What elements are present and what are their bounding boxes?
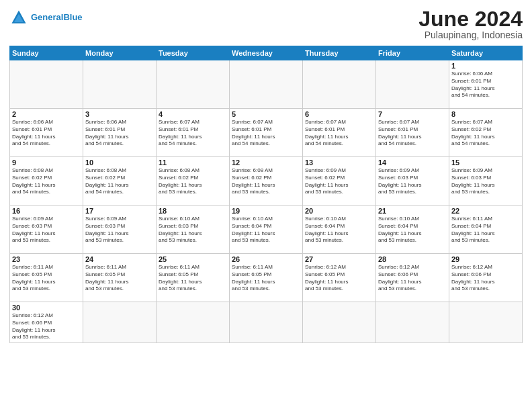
day-info: Sunrise: 6:08 AMSunset: 6:02 PMDaylight:… bbox=[85, 167, 154, 196]
table-row bbox=[230, 302, 303, 343]
table-row: 9Sunrise: 6:08 AMSunset: 6:02 PMDaylight… bbox=[10, 157, 83, 205]
day-info: Sunrise: 6:11 AMSunset: 6:05 PMDaylight:… bbox=[232, 264, 300, 293]
day-number: 10 bbox=[85, 158, 154, 167]
day-info: Sunrise: 6:12 AMSunset: 6:06 PMDaylight:… bbox=[378, 264, 447, 293]
table-row: 18Sunrise: 6:10 AMSunset: 6:03 PMDayligh… bbox=[157, 205, 230, 254]
table-row bbox=[303, 60, 376, 109]
logo-general: General bbox=[31, 12, 63, 22]
day-number: 23 bbox=[12, 255, 81, 263]
day-info: Sunrise: 6:12 AMSunset: 6:05 PMDaylight:… bbox=[305, 264, 373, 293]
table-row bbox=[83, 302, 157, 343]
table-row bbox=[376, 60, 449, 109]
header-row: Sunday Monday Tuesday Wednesday Thursday… bbox=[10, 46, 523, 60]
table-row: 5Sunrise: 6:07 AMSunset: 6:01 PMDaylight… bbox=[230, 109, 303, 157]
table-row bbox=[10, 60, 83, 109]
table-row: 26Sunrise: 6:11 AMSunset: 6:05 PMDayligh… bbox=[230, 254, 303, 302]
day-number: 20 bbox=[305, 207, 373, 215]
day-info: Sunrise: 6:08 AMSunset: 6:02 PMDaylight:… bbox=[232, 167, 300, 196]
table-row bbox=[230, 60, 303, 109]
col-saturday: Saturday bbox=[449, 46, 523, 60]
day-info: Sunrise: 6:07 AMSunset: 6:01 PMDaylight:… bbox=[232, 119, 300, 148]
table-row: 17Sunrise: 6:09 AMSunset: 6:03 PMDayligh… bbox=[83, 205, 157, 254]
logo: GeneralBlue bbox=[9, 8, 83, 27]
day-number: 4 bbox=[159, 110, 227, 118]
page: GeneralBlue June 2024 Pulaupinang, Indon… bbox=[0, 0, 532, 411]
table-row bbox=[157, 302, 230, 343]
table-row: 7Sunrise: 6:07 AMSunset: 6:01 PMDaylight… bbox=[376, 109, 449, 157]
header: GeneralBlue June 2024 Pulaupinang, Indon… bbox=[9, 8, 523, 40]
day-info: Sunrise: 6:07 AMSunset: 6:01 PMDaylight:… bbox=[378, 119, 447, 148]
calendar: Sunday Monday Tuesday Wednesday Thursday… bbox=[9, 46, 523, 343]
col-thursday: Thursday bbox=[303, 46, 376, 60]
day-number: 13 bbox=[305, 158, 373, 167]
table-row bbox=[449, 302, 523, 343]
day-number: 6 bbox=[305, 110, 373, 118]
day-number: 30 bbox=[12, 304, 81, 312]
day-info: Sunrise: 6:09 AMSunset: 6:03 PMDaylight:… bbox=[12, 216, 81, 244]
logo-text: GeneralBlue bbox=[31, 13, 83, 22]
day-number: 21 bbox=[378, 207, 447, 215]
table-row bbox=[83, 60, 157, 109]
table-row: 12Sunrise: 6:08 AMSunset: 6:02 PMDayligh… bbox=[230, 157, 303, 205]
day-info: Sunrise: 6:06 AMSunset: 6:01 PMDaylight:… bbox=[85, 119, 154, 148]
day-info: Sunrise: 6:08 AMSunset: 6:02 PMDaylight:… bbox=[159, 167, 227, 196]
day-info: Sunrise: 6:11 AMSunset: 6:04 PMDaylight:… bbox=[451, 216, 520, 244]
day-number: 1 bbox=[451, 62, 520, 70]
day-info: Sunrise: 6:06 AMSunset: 6:01 PMDaylight:… bbox=[12, 119, 81, 148]
calendar-header: Sunday Monday Tuesday Wednesday Thursday… bbox=[10, 46, 523, 60]
table-row: 20Sunrise: 6:10 AMSunset: 6:04 PMDayligh… bbox=[303, 205, 376, 254]
day-info: Sunrise: 6:07 AMSunset: 6:01 PMDaylight:… bbox=[159, 119, 227, 148]
table-row: 30Sunrise: 6:12 AMSunset: 6:06 PMDayligh… bbox=[10, 302, 83, 343]
day-number: 19 bbox=[232, 207, 300, 215]
day-info: Sunrise: 6:08 AMSunset: 6:02 PMDaylight:… bbox=[12, 167, 81, 196]
month-title: June 2024 bbox=[418, 8, 523, 30]
day-number: 8 bbox=[451, 110, 520, 118]
day-number: 18 bbox=[159, 207, 227, 215]
day-number: 22 bbox=[451, 207, 520, 215]
day-number: 15 bbox=[451, 158, 520, 167]
logo-blue: Blue bbox=[63, 12, 82, 22]
day-number: 11 bbox=[159, 158, 227, 167]
col-tuesday: Tuesday bbox=[157, 46, 230, 60]
day-info: Sunrise: 6:10 AMSunset: 6:04 PMDaylight:… bbox=[378, 216, 447, 244]
day-info: Sunrise: 6:12 AMSunset: 6:06 PMDaylight:… bbox=[12, 312, 81, 341]
day-number: 25 bbox=[159, 255, 227, 263]
day-number: 24 bbox=[85, 255, 154, 263]
table-row: 29Sunrise: 6:12 AMSunset: 6:06 PMDayligh… bbox=[449, 254, 523, 302]
calendar-body: 1Sunrise: 6:06 AMSunset: 6:01 PMDaylight… bbox=[10, 60, 523, 343]
day-number: 29 bbox=[451, 255, 520, 263]
table-row: 8Sunrise: 6:07 AMSunset: 6:02 PMDaylight… bbox=[449, 109, 523, 157]
day-number: 14 bbox=[378, 158, 447, 167]
day-number: 16 bbox=[12, 207, 81, 215]
table-row: 25Sunrise: 6:11 AMSunset: 6:05 PMDayligh… bbox=[157, 254, 230, 302]
day-number: 9 bbox=[12, 158, 81, 167]
day-number: 17 bbox=[85, 207, 154, 215]
table-row: 14Sunrise: 6:09 AMSunset: 6:03 PMDayligh… bbox=[376, 157, 449, 205]
title-block: June 2024 Pulaupinang, Indonesia bbox=[418, 8, 523, 40]
logo-icon bbox=[9, 8, 28, 27]
day-info: Sunrise: 6:07 AMSunset: 6:02 PMDaylight:… bbox=[451, 119, 520, 148]
table-row: 22Sunrise: 6:11 AMSunset: 6:04 PMDayligh… bbox=[449, 205, 523, 254]
col-friday: Friday bbox=[376, 46, 449, 60]
day-info: Sunrise: 6:11 AMSunset: 6:05 PMDaylight:… bbox=[159, 264, 227, 293]
day-info: Sunrise: 6:09 AMSunset: 6:03 PMDaylight:… bbox=[378, 167, 447, 196]
day-info: Sunrise: 6:10 AMSunset: 6:04 PMDaylight:… bbox=[232, 216, 300, 244]
day-info: Sunrise: 6:10 AMSunset: 6:03 PMDaylight:… bbox=[159, 216, 227, 244]
table-row bbox=[157, 60, 230, 109]
day-info: Sunrise: 6:11 AMSunset: 6:05 PMDaylight:… bbox=[85, 264, 154, 293]
table-row: 1Sunrise: 6:06 AMSunset: 6:01 PMDaylight… bbox=[449, 60, 523, 109]
table-row bbox=[303, 302, 376, 343]
col-sunday: Sunday bbox=[10, 46, 83, 60]
day-info: Sunrise: 6:12 AMSunset: 6:06 PMDaylight:… bbox=[451, 264, 520, 293]
day-info: Sunrise: 6:09 AMSunset: 6:03 PMDaylight:… bbox=[451, 167, 520, 196]
day-number: 26 bbox=[232, 255, 300, 263]
table-row: 21Sunrise: 6:10 AMSunset: 6:04 PMDayligh… bbox=[376, 205, 449, 254]
table-row: 13Sunrise: 6:09 AMSunset: 6:02 PMDayligh… bbox=[303, 157, 376, 205]
day-number: 3 bbox=[85, 110, 154, 118]
table-row: 28Sunrise: 6:12 AMSunset: 6:06 PMDayligh… bbox=[376, 254, 449, 302]
subtitle: Pulaupinang, Indonesia bbox=[418, 30, 523, 40]
day-info: Sunrise: 6:10 AMSunset: 6:04 PMDaylight:… bbox=[305, 216, 373, 244]
col-wednesday: Wednesday bbox=[230, 46, 303, 60]
day-info: Sunrise: 6:07 AMSunset: 6:01 PMDaylight:… bbox=[305, 119, 373, 148]
day-info: Sunrise: 6:11 AMSunset: 6:05 PMDaylight:… bbox=[12, 264, 81, 293]
